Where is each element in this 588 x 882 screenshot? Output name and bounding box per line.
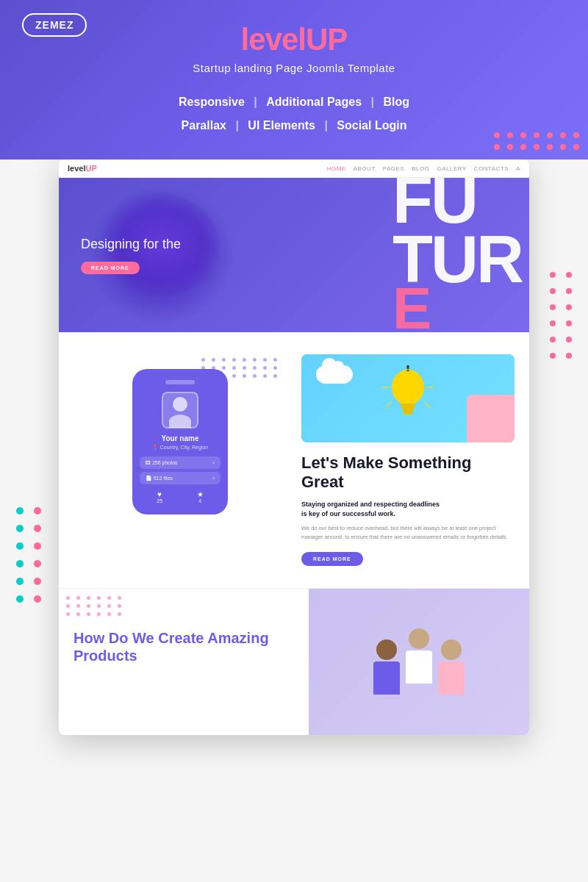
nav-link-about[interactable]: ABOUT bbox=[354, 165, 376, 172]
phone-location: 📍 Country, City, Region bbox=[140, 445, 220, 451]
content-dot bbox=[243, 358, 246, 362]
svg-line-10 bbox=[425, 402, 430, 408]
phone-stars: ★ 4 bbox=[197, 490, 204, 503]
zemez-badge: ZEMEZ bbox=[22, 13, 87, 37]
person-body bbox=[406, 650, 432, 684]
bottom-dot bbox=[107, 612, 111, 616]
outer-dot-pink bbox=[34, 595, 41, 603]
bottom-right bbox=[309, 589, 529, 735]
content-left: Your name 📍 Country, City, Region 🖼 256 … bbox=[74, 354, 287, 566]
phone-bottom-row: ♥ 25 ★ 4 bbox=[140, 490, 220, 503]
nav-link-pages[interactable]: PAGES bbox=[383, 165, 404, 172]
dot bbox=[547, 144, 553, 150]
dot bbox=[573, 144, 579, 150]
feature-parallax: Parallax bbox=[182, 119, 226, 132]
bottom-section: How Do We Create Amazing Products bbox=[59, 588, 529, 735]
bottom-dot bbox=[118, 604, 121, 608]
dot bbox=[520, 144, 526, 150]
outer-dot-teal bbox=[16, 560, 24, 567]
bottom-dot bbox=[97, 596, 101, 600]
dot-pair bbox=[550, 320, 572, 326]
dot-pair bbox=[550, 353, 572, 359]
read-more-button[interactable]: READ MORE bbox=[301, 552, 363, 566]
phone-name: Your name bbox=[140, 434, 220, 442]
svg-rect-3 bbox=[404, 411, 412, 415]
outer-dot-pink bbox=[34, 578, 41, 585]
bottom-heading: How Do We Create Amazing Products bbox=[74, 629, 294, 664]
sep3: | bbox=[235, 119, 242, 132]
phone-likes: ♥ 25 bbox=[157, 490, 162, 503]
dot-pair bbox=[550, 304, 572, 310]
feature-blog: Blog bbox=[383, 96, 409, 108]
dot-pair bbox=[550, 288, 572, 294]
dot-pair bbox=[16, 578, 41, 585]
browser-nav-links: HOME ABOUT PAGES BLOG GALLERY CONTACTS A bbox=[327, 165, 520, 172]
bottom-dot bbox=[66, 596, 70, 600]
outer-dot-pink bbox=[34, 507, 41, 514]
outer-dot-teal bbox=[16, 595, 24, 603]
phone-person-body bbox=[169, 415, 191, 428]
hero-read-more-button[interactable]: READ MORE bbox=[81, 262, 140, 274]
feature-responsive: Responsive bbox=[179, 96, 245, 108]
person-body bbox=[373, 662, 400, 695]
features-row-1: Responsive | Additional Pages | Blog bbox=[0, 90, 588, 114]
content-dot bbox=[263, 358, 267, 362]
phone-notch bbox=[165, 380, 195, 384]
outer-dot-pink bbox=[34, 525, 41, 532]
person-head bbox=[376, 639, 397, 660]
browser-mockup: levelUP HOME ABOUT PAGES BLOG GALLERY CO… bbox=[59, 159, 529, 735]
hero-section: Designing for the READ MORE FU TUR E bbox=[59, 178, 529, 332]
logo-text: levelUP bbox=[0, 22, 588, 57]
outer-dot bbox=[566, 337, 572, 343]
nav-link-gallery[interactable]: GALLERY bbox=[437, 165, 466, 172]
outer-dot-teal bbox=[16, 542, 24, 550]
dot-pair bbox=[16, 595, 41, 603]
outer-dot-teal bbox=[16, 525, 24, 532]
content-dot bbox=[222, 358, 226, 362]
dots-decoration-top-right bbox=[494, 132, 581, 150]
dot-pair bbox=[550, 337, 572, 343]
dot bbox=[520, 132, 526, 138]
content-dot bbox=[273, 374, 277, 378]
person-head bbox=[409, 628, 429, 649]
dot bbox=[507, 132, 513, 138]
files-label: 📄 612 files bbox=[146, 476, 173, 481]
sep4: | bbox=[324, 119, 331, 132]
outer-dot-pink bbox=[34, 542, 41, 550]
likes-count: 25 bbox=[157, 498, 162, 503]
hero-future-text: FU TUR E bbox=[392, 178, 522, 332]
bottom-dot bbox=[87, 612, 90, 616]
bottom-dot bbox=[87, 604, 90, 608]
bottom-dot bbox=[76, 596, 80, 600]
bottom-dot bbox=[118, 596, 121, 600]
nav-link-a[interactable]: A bbox=[516, 165, 520, 172]
feature-social-login: Social Login bbox=[337, 119, 406, 132]
dot bbox=[534, 132, 539, 138]
outer-dots-left bbox=[16, 507, 41, 603]
nav-link-blog[interactable]: BLOG bbox=[412, 165, 429, 172]
browser-logo: levelUP bbox=[68, 164, 97, 173]
dot bbox=[560, 132, 566, 138]
outer-dot bbox=[566, 272, 572, 278]
content-subtext-bold: Staying organized and respecting deadlin… bbox=[301, 500, 514, 520]
content-dot bbox=[253, 374, 257, 378]
people-group bbox=[359, 614, 479, 709]
outer-dot bbox=[566, 320, 572, 326]
dot bbox=[494, 144, 500, 150]
nav-link-home[interactable]: HOME bbox=[327, 165, 346, 172]
bottom-dot bbox=[118, 612, 121, 616]
phone-avatar bbox=[162, 392, 198, 429]
lightbulb-area bbox=[301, 354, 514, 442]
dot-pair bbox=[16, 560, 41, 567]
hero-designing-text: Designing for the bbox=[81, 236, 181, 253]
content-dot bbox=[263, 366, 267, 370]
phone-photos-stat: 🖼 256 photos › bbox=[140, 456, 220, 469]
person-3 bbox=[438, 639, 465, 695]
logo-level: level bbox=[241, 22, 306, 57]
nav-link-contacts[interactable]: CONTACTS bbox=[474, 165, 509, 172]
bottom-left: How Do We Create Amazing Products bbox=[59, 589, 309, 735]
outer-dots-right bbox=[550, 272, 572, 359]
bottom-dots-grid bbox=[66, 596, 123, 616]
content-dot bbox=[222, 366, 226, 370]
feature-additional-pages: Additional Pages bbox=[266, 96, 362, 108]
